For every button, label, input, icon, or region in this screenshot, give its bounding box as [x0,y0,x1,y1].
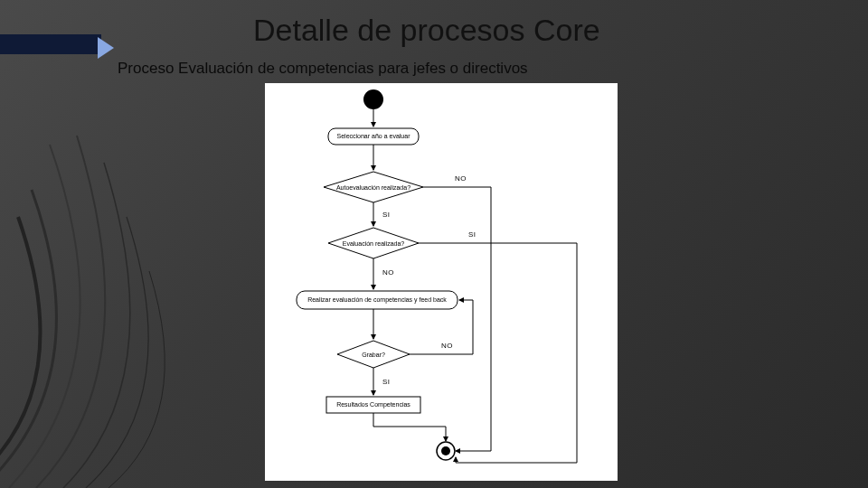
edge-autoeval-yes: SI [382,211,391,219]
slide-title: Detalle de procesos Core [253,13,600,48]
edge-save-yes: SI [382,378,391,386]
decision-autoeval-label: Autoevaluación realizada? [336,184,410,191]
slide-subtitle: Proceso Evaluación de competencias para … [118,60,528,78]
slide: Detalle de procesos Core Proceso Evaluac… [0,0,868,488]
edge-autoeval-no: NO [455,174,467,183]
decorative-curves [0,108,235,488]
step-perform-eval-label: Realizar evaluación de competencias y fe… [307,296,447,304]
accent-arrow-icon [98,37,114,59]
edge-eval-yes: SI [468,230,476,239]
start-node [363,89,383,109]
edge-save-no: NO [441,342,453,350]
end-node [441,446,450,455]
accent-bar [0,34,101,54]
flowchart-panel: Seleccionar año a evaluar Autoevaluación… [265,83,618,481]
edge-eval-no: NO [382,268,394,277]
decision-save-label: Grabar? [362,352,385,358]
decision-eval-done-label: Evaluación realizada? [343,240,405,247]
step-select-year-label: Seleccionar año a evaluar [337,133,411,139]
step-results-label: Resultados Competencias [336,401,410,408]
